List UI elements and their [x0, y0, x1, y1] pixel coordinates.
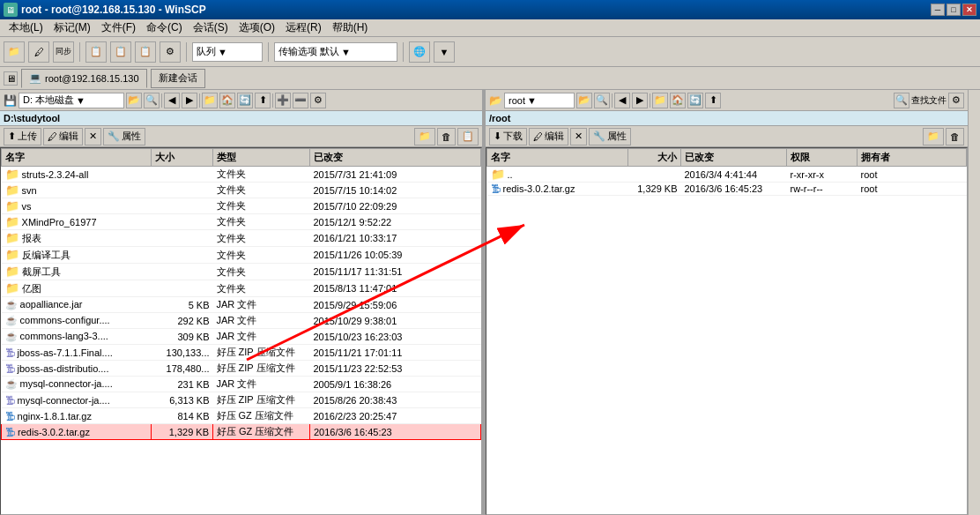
toolbar-edit[interactable]: 🖊 — [28, 41, 49, 63]
menu-file[interactable]: 文件(F) — [96, 19, 141, 37]
col-modified-left[interactable]: 已改变 — [310, 149, 481, 167]
right-file-list[interactable]: 名字 大小 已改变 权限 拥有者 📁 .. 2016/3/4 4:41:44 r… — [486, 147, 968, 515]
close-button[interactable]: ✕ — [962, 4, 976, 16]
left-props2-btn[interactable]: 📋 — [457, 128, 479, 146]
table-row[interactable]: 📁 报表 文件夹 2016/1/21 10:33:17 — [2, 230, 481, 247]
col-size-right[interactable]: 大小 — [628, 149, 681, 167]
left-file-list[interactable]: 名字 大小 类型 已改变 📁 struts-2.3.24-all 文件夹 201… — [0, 147, 482, 515]
left-props-button[interactable]: 🔧 属性 — [103, 128, 145, 146]
file-type: 文件夹 — [213, 247, 310, 264]
minimize-button[interactable]: ─ — [931, 4, 945, 16]
toolbar-arrow-btn[interactable]: ▼ — [434, 41, 455, 63]
right-server-icon: 📂 — [489, 94, 502, 107]
toolbar-new-folder[interactable]: 📁 — [4, 41, 25, 63]
toolbar-sync[interactable]: 同步 — [53, 41, 74, 63]
table-row[interactable]: 📁 XMindPro_61977 文件夹 2015/12/1 9:52:22 — [2, 214, 481, 230]
menu-session[interactable]: 会话(S) — [188, 19, 234, 37]
col-owner-right[interactable]: 拥有者 — [858, 149, 967, 167]
col-type-left[interactable]: 类型 — [213, 149, 310, 167]
left-back-btn[interactable]: ◀ — [164, 93, 180, 108]
menu-command[interactable]: 命令(C) — [141, 19, 188, 37]
table-row[interactable]: 📁 .. 2016/3/4 4:41:44 r-xr-xr-x root — [487, 167, 967, 183]
toolbar-btn3[interactable]: 📋 — [135, 41, 156, 63]
col-name-left[interactable]: 名字 — [2, 149, 152, 167]
left-filter-btn[interactable]: 🔍 — [144, 93, 160, 108]
table-row[interactable]: ☕ commons-configur.... 292 KB JAR 文件 201… — [2, 313, 481, 329]
right-edit-button[interactable]: 🖊 编辑 — [529, 128, 568, 146]
session-tab-active[interactable]: 💻 root@192.168.15.130 — [21, 69, 147, 88]
new-session-button[interactable]: 新建会话 — [151, 69, 205, 88]
server-selector[interactable]: root▼ — [504, 93, 575, 108]
right-del-btn[interactable]: 🗑 — [946, 128, 964, 146]
table-row[interactable]: 📁 vs 文件夹 2015/7/10 22:09:29 — [2, 198, 481, 214]
right-back-btn[interactable]: ◀ — [614, 93, 630, 108]
file-name: 📁 XMindPro_61977 — [2, 214, 152, 230]
table-row[interactable]: 📁 struts-2.3.24-all 文件夹 2015/7/31 21:41:… — [2, 167, 481, 183]
left-settings-btn[interactable]: ⚙ — [310, 93, 326, 108]
table-row[interactable]: ☕ aopalliance.jar 5 KB JAR 文件 2015/9/29 … — [2, 297, 481, 313]
main-toolbar: 📁 🖊 同步 📋 📋 📋 ⚙ 队列▼ 传输选项 默认▼ 🌐 ▼ — [0, 37, 980, 67]
left-forward-btn[interactable]: ▶ — [182, 93, 197, 108]
right-props-button[interactable]: 🔧 属性 — [589, 128, 631, 146]
left-minus-btn[interactable]: ➖ — [293, 93, 308, 108]
left-refresh-btn[interactable]: 🔄 — [237, 93, 253, 108]
left-edit-button[interactable]: 🖊 编辑 — [43, 128, 83, 146]
file-size — [628, 167, 681, 183]
right-up-btn[interactable]: ⬆ — [705, 93, 721, 108]
left-plus-btn[interactable]: ➕ — [275, 93, 291, 108]
toolbar-btn1[interactable]: 📋 — [85, 41, 107, 63]
menu-local[interactable]: 本地(L) — [4, 19, 48, 37]
left-up-btn[interactable]: ⬆ — [255, 93, 271, 108]
col-perms-right[interactable]: 权限 — [787, 149, 858, 167]
table-row[interactable]: 🗜 jboss-as-distributio.... 178,480... 好压… — [2, 361, 481, 377]
right-settings-btn[interactable]: ⚙ — [948, 93, 964, 108]
file-type: 文件夹 — [213, 280, 310, 297]
left-new-btn[interactable]: 📁 — [414, 128, 435, 146]
table-row[interactable]: 📁 svn 文件夹 2015/7/15 10:14:02 — [2, 183, 481, 198]
left-browse-btn[interactable]: 📂 — [126, 93, 142, 108]
col-size-left[interactable]: 大小 — [152, 149, 213, 167]
right-new-btn[interactable]: 📁 — [923, 128, 944, 146]
right-newfolder-btn[interactable]: 📁 — [652, 93, 668, 108]
menu-help[interactable]: 帮助(H) — [327, 19, 374, 37]
right-forward-btn[interactable]: ▶ — [632, 93, 648, 108]
table-row[interactable]: 🗜 redis-3.0.2.tar.gz 1,329 KB 2016/3/6 1… — [487, 183, 967, 196]
col-modified-right[interactable]: 已改变 — [681, 149, 787, 167]
right-refresh-btn[interactable]: 🔄 — [687, 93, 703, 108]
toolbar-refresh[interactable]: 🌐 — [409, 41, 430, 63]
table-row[interactable]: ☕ commons-lang3-3.... 309 KB JAR 文件 2015… — [2, 329, 481, 345]
file-size: 5 KB — [152, 297, 213, 313]
menu-options[interactable]: 选项(O) — [234, 19, 280, 37]
file-modified: 2015/9/29 15:59:06 — [310, 297, 481, 313]
right-delete-button[interactable]: ✕ — [570, 128, 587, 146]
col-name-right[interactable]: 名字 — [487, 149, 628, 167]
right-delete-icon: ✕ — [575, 131, 583, 142]
table-row[interactable]: 🗜 nginx-1.8.1.tar.gz 814 KB 好压 GZ 压缩文件 2… — [2, 408, 481, 424]
left-newfolder-btn[interactable]: 📁 — [202, 93, 218, 108]
toolbar-btn2[interactable]: 📋 — [110, 41, 131, 63]
table-row[interactable]: 🗜 redis-3.0.2.tar.gz 1,329 KB 好压 GZ 压缩文件… — [2, 424, 481, 440]
maximize-button[interactable]: □ — [947, 4, 961, 16]
find-files-btn[interactable]: 🔍 — [894, 93, 909, 108]
left-home-btn[interactable]: 🏠 — [219, 93, 235, 108]
upload-button[interactable]: ⬆ 上传 — [4, 128, 41, 146]
queue-dropdown[interactable]: 队列▼ — [192, 42, 263, 62]
right-filter-btn[interactable]: 🔍 — [594, 93, 610, 108]
table-row[interactable]: 📁 反编译工具 文件夹 2015/11/26 10:05:39 — [2, 247, 481, 264]
table-row[interactable]: 🗜 mysql-connector-ja.... 6,313 KB 好压 ZIP… — [2, 392, 481, 408]
table-row[interactable]: 🗜 jboss-as-7.1.1.Final.... 130,133... 好压… — [2, 345, 481, 361]
table-row[interactable]: 📁 截屏工具 文件夹 2015/11/17 11:31:51 — [2, 264, 481, 280]
right-home-btn[interactable]: 🏠 — [670, 93, 686, 108]
file-size — [152, 264, 213, 280]
transfer-dropdown[interactable]: 传输选项 默认▼ — [274, 42, 397, 62]
menu-mark[interactable]: 标记(M) — [48, 19, 96, 37]
left-delete-button[interactable]: ✕ — [85, 128, 101, 146]
table-row[interactable]: 📁 亿图 文件夹 2015/8/13 11:47:01 — [2, 280, 481, 297]
toolbar-btn4[interactable]: ⚙ — [160, 41, 181, 63]
drive-selector[interactable]: D: 本地磁盘▼ — [19, 93, 124, 108]
left-del-btn[interactable]: 🗑 — [437, 128, 456, 146]
menu-remote[interactable]: 远程(R) — [280, 19, 327, 37]
download-button[interactable]: ⬇ 下载 — [489, 128, 527, 146]
right-browse-btn[interactable]: 📂 — [576, 93, 592, 108]
table-row[interactable]: ☕ mysql-connector-ja.... 231 KB JAR 文件 2… — [2, 377, 481, 392]
